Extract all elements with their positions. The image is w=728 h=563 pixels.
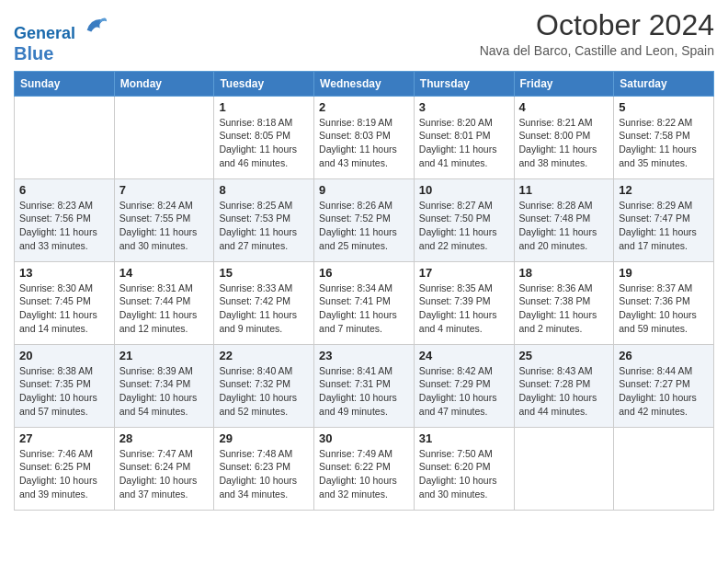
calendar-week-row: 6Sunrise: 8:23 AMSunset: 7:56 PMDaylight… <box>15 178 714 261</box>
calendar-cell: 5Sunrise: 8:22 AMSunset: 7:58 PMDaylight… <box>614 96 714 178</box>
calendar-cell: 23Sunrise: 8:41 AMSunset: 7:31 PMDayligh… <box>314 344 415 427</box>
calendar-week-row: 20Sunrise: 8:38 AMSunset: 7:35 PMDayligh… <box>15 344 714 427</box>
day-info: Sunrise: 8:25 AMSunset: 7:53 PMDaylight:… <box>219 199 309 253</box>
day-info: Sunrise: 8:30 AMSunset: 7:45 PMDaylight:… <box>19 282 109 336</box>
day-number: 8 <box>219 183 309 197</box>
logo-general: General <box>14 24 75 42</box>
calendar-cell: 26Sunrise: 8:44 AMSunset: 7:27 PMDayligh… <box>614 344 714 427</box>
calendar-cell: 28Sunrise: 7:47 AMSunset: 6:24 PMDayligh… <box>114 427 214 510</box>
day-number: 27 <box>19 431 109 445</box>
day-info: Sunrise: 8:33 AMSunset: 7:42 PMDaylight:… <box>219 282 309 336</box>
calendar-day-header: Sunday <box>15 71 115 96</box>
day-info: Sunrise: 8:31 AMSunset: 7:44 PMDaylight:… <box>119 282 210 336</box>
location: Nava del Barco, Castille and Leon, Spain <box>480 43 714 58</box>
calendar-cell: 20Sunrise: 8:38 AMSunset: 7:35 PMDayligh… <box>15 344 115 427</box>
calendar-cell <box>514 427 614 510</box>
day-info: Sunrise: 8:22 AMSunset: 7:58 PMDaylight:… <box>619 116 709 170</box>
calendar-week-row: 13Sunrise: 8:30 AMSunset: 7:45 PMDayligh… <box>15 261 714 344</box>
logo-text: General <box>14 13 108 43</box>
day-number: 14 <box>119 266 210 280</box>
day-info: Sunrise: 8:19 AMSunset: 8:03 PMDaylight:… <box>319 116 409 170</box>
day-number: 22 <box>219 349 309 362</box>
page-container: General Blue October 2024 Nava del Barco… <box>0 0 728 524</box>
day-info: Sunrise: 7:46 AMSunset: 6:25 PMDaylight:… <box>19 447 109 501</box>
day-info: Sunrise: 7:47 AMSunset: 6:24 PMDaylight:… <box>119 447 210 501</box>
day-info: Sunrise: 7:49 AMSunset: 6:22 PMDaylight:… <box>319 447 409 501</box>
day-info: Sunrise: 8:43 AMSunset: 7:28 PMDaylight:… <box>519 364 609 419</box>
day-number: 21 <box>119 349 210 362</box>
day-number: 11 <box>519 183 609 197</box>
calendar-cell: 12Sunrise: 8:29 AMSunset: 7:47 PMDayligh… <box>614 178 714 261</box>
day-info: Sunrise: 8:20 AMSunset: 8:01 PMDaylight:… <box>419 116 509 170</box>
calendar-header-row: SundayMondayTuesdayWednesdayThursdayFrid… <box>15 71 714 96</box>
calendar-day-header: Friday <box>514 71 614 96</box>
calendar-cell <box>114 96 214 178</box>
calendar-cell: 10Sunrise: 8:27 AMSunset: 7:50 PMDayligh… <box>414 178 514 261</box>
calendar-cell <box>15 96 115 178</box>
day-number: 23 <box>319 349 409 362</box>
day-number: 6 <box>19 183 109 197</box>
calendar-cell: 9Sunrise: 8:26 AMSunset: 7:52 PMDaylight… <box>314 178 415 261</box>
day-number: 12 <box>619 183 709 197</box>
day-number: 7 <box>119 183 210 197</box>
logo-bird-icon <box>83 13 108 39</box>
day-info: Sunrise: 8:21 AMSunset: 8:00 PMDaylight:… <box>519 116 609 170</box>
calendar-cell: 17Sunrise: 8:35 AMSunset: 7:39 PMDayligh… <box>414 261 514 344</box>
day-info: Sunrise: 8:34 AMSunset: 7:41 PMDaylight:… <box>319 282 409 336</box>
calendar-cell: 21Sunrise: 8:39 AMSunset: 7:34 PMDayligh… <box>114 344 214 427</box>
calendar-cell: 25Sunrise: 8:43 AMSunset: 7:28 PMDayligh… <box>514 344 614 427</box>
calendar-cell: 6Sunrise: 8:23 AMSunset: 7:56 PMDaylight… <box>15 178 115 261</box>
month-title: October 2024 <box>480 9 714 41</box>
day-info: Sunrise: 8:38 AMSunset: 7:35 PMDaylight:… <box>19 364 109 419</box>
day-info: Sunrise: 8:36 AMSunset: 7:38 PMDaylight:… <box>519 282 609 336</box>
day-number: 2 <box>319 100 409 114</box>
day-info: Sunrise: 8:41 AMSunset: 7:31 PMDaylight:… <box>319 364 409 419</box>
day-number: 18 <box>519 266 609 280</box>
calendar-cell <box>614 427 714 510</box>
logo-blue: Blue <box>14 43 108 63</box>
day-number: 26 <box>619 349 709 362</box>
day-number: 31 <box>419 431 509 445</box>
day-info: Sunrise: 7:48 AMSunset: 6:23 PMDaylight:… <box>219 447 309 501</box>
day-info: Sunrise: 8:37 AMSunset: 7:36 PMDaylight:… <box>619 282 709 336</box>
day-number: 24 <box>419 349 509 362</box>
calendar-cell: 4Sunrise: 8:21 AMSunset: 8:00 PMDaylight… <box>514 96 614 178</box>
logo: General Blue <box>14 13 108 63</box>
day-number: 9 <box>319 183 409 197</box>
calendar-cell: 2Sunrise: 8:19 AMSunset: 8:03 PMDaylight… <box>314 96 415 178</box>
calendar-cell: 1Sunrise: 8:18 AMSunset: 8:05 PMDaylight… <box>214 96 314 178</box>
day-number: 30 <box>319 431 409 445</box>
calendar-cell: 18Sunrise: 8:36 AMSunset: 7:38 PMDayligh… <box>514 261 614 344</box>
calendar-cell: 22Sunrise: 8:40 AMSunset: 7:32 PMDayligh… <box>214 344 314 427</box>
day-info: Sunrise: 8:40 AMSunset: 7:32 PMDaylight:… <box>219 364 309 419</box>
calendar-cell: 7Sunrise: 8:24 AMSunset: 7:55 PMDaylight… <box>114 178 214 261</box>
day-number: 4 <box>519 100 609 114</box>
calendar-day-header: Tuesday <box>214 71 314 96</box>
calendar-week-row: 1Sunrise: 8:18 AMSunset: 8:05 PMDaylight… <box>15 96 714 178</box>
day-info: Sunrise: 8:28 AMSunset: 7:48 PMDaylight:… <box>519 199 609 253</box>
day-info: Sunrise: 8:27 AMSunset: 7:50 PMDaylight:… <box>419 199 509 253</box>
day-info: Sunrise: 8:29 AMSunset: 7:47 PMDaylight:… <box>619 199 709 253</box>
calendar-day-header: Thursday <box>414 71 514 96</box>
day-number: 3 <box>419 100 509 114</box>
day-info: Sunrise: 8:24 AMSunset: 7:55 PMDaylight:… <box>119 199 210 253</box>
day-number: 28 <box>119 431 210 445</box>
day-number: 5 <box>619 100 709 114</box>
calendar-cell: 29Sunrise: 7:48 AMSunset: 6:23 PMDayligh… <box>214 427 314 510</box>
calendar-cell: 19Sunrise: 8:37 AMSunset: 7:36 PMDayligh… <box>614 261 714 344</box>
calendar-day-header: Saturday <box>614 71 714 96</box>
day-info: Sunrise: 8:42 AMSunset: 7:29 PMDaylight:… <box>419 364 509 419</box>
day-number: 17 <box>419 266 509 280</box>
day-number: 16 <box>319 266 409 280</box>
day-info: Sunrise: 7:50 AMSunset: 6:20 PMDaylight:… <box>419 447 509 501</box>
header: General Blue October 2024 Nava del Barco… <box>14 9 714 63</box>
calendar-cell: 11Sunrise: 8:28 AMSunset: 7:48 PMDayligh… <box>514 178 614 261</box>
day-number: 13 <box>19 266 109 280</box>
day-number: 15 <box>219 266 309 280</box>
day-number: 20 <box>19 349 109 362</box>
calendar-cell: 14Sunrise: 8:31 AMSunset: 7:44 PMDayligh… <box>114 261 214 344</box>
calendar-cell: 24Sunrise: 8:42 AMSunset: 7:29 PMDayligh… <box>414 344 514 427</box>
calendar-cell: 27Sunrise: 7:46 AMSunset: 6:25 PMDayligh… <box>15 427 115 510</box>
day-number: 1 <box>219 100 309 114</box>
calendar-table: SundayMondayTuesdayWednesdayThursdayFrid… <box>14 71 714 511</box>
